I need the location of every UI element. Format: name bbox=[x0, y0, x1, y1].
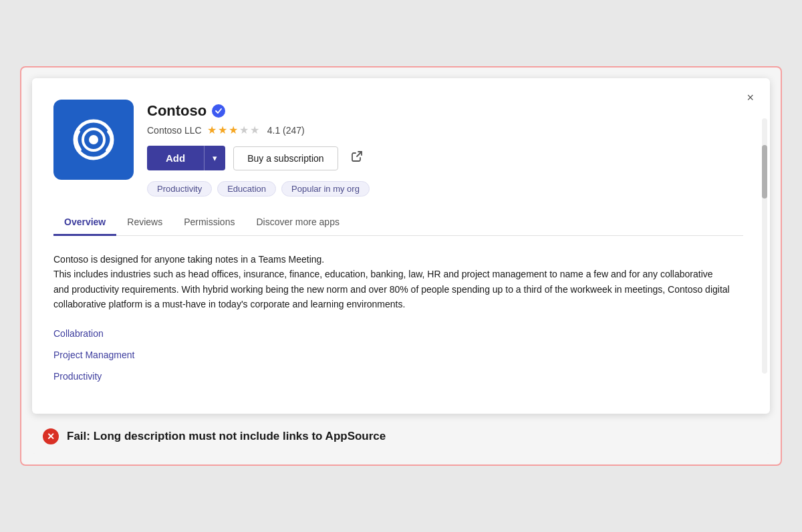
tags-row: Productivity Education Popular in my org bbox=[147, 181, 743, 196]
add-button-group: Add ▾ bbox=[147, 146, 225, 170]
error-icon: ✕ bbox=[43, 428, 59, 444]
star-3: ★ bbox=[229, 124, 238, 136]
scrollbar-track bbox=[762, 118, 767, 373]
category-link-productivity[interactable]: Productivity bbox=[53, 371, 730, 382]
error-bar: ✕ Fail: Long description must not includ… bbox=[32, 419, 770, 454]
add-dropdown-button[interactable]: ▾ bbox=[204, 146, 225, 170]
tab-reviews[interactable]: Reviews bbox=[116, 210, 173, 236]
app-icon bbox=[53, 100, 134, 180]
scrollbar-thumb[interactable] bbox=[762, 145, 767, 198]
buy-subscription-button[interactable]: Buy a subscription bbox=[233, 146, 338, 170]
star-1: ★ bbox=[207, 124, 217, 136]
outer-container: × Contoso bbox=[20, 66, 782, 465]
stars-container: ★ ★ ★ ★ ★ bbox=[207, 124, 259, 136]
link-icon bbox=[350, 150, 364, 163]
checkmark-icon bbox=[215, 107, 223, 115]
app-name-row: Contoso bbox=[147, 102, 743, 120]
description-text: Contoso is designed for anyone taking no… bbox=[53, 252, 730, 312]
error-message: Fail: Long description must not include … bbox=[67, 430, 386, 443]
tag-education: Education bbox=[217, 181, 276, 196]
verified-icon bbox=[212, 104, 225, 118]
tab-discover[interactable]: Discover more apps bbox=[245, 210, 350, 236]
tag-popular: Popular in my org bbox=[281, 181, 370, 196]
star-2: ★ bbox=[218, 124, 227, 136]
tab-permissions[interactable]: Permissions bbox=[173, 210, 245, 236]
star-4: ★ bbox=[239, 124, 249, 136]
app-modal: × Contoso bbox=[32, 78, 770, 413]
publisher-row: Contoso LLC ★ ★ ★ ★ ★ 4.1 (247) bbox=[147, 124, 743, 136]
svg-point-2 bbox=[89, 135, 98, 144]
app-info: Contoso Contoso LLC ★ ★ ★ ★ ★ bbox=[147, 100, 743, 196]
category-link-project[interactable]: Project Managment bbox=[53, 350, 730, 360]
tabs-container: Overview Reviews Permissions Discover mo… bbox=[53, 210, 743, 236]
close-button[interactable]: × bbox=[741, 89, 759, 106]
external-link-button[interactable] bbox=[346, 146, 368, 170]
rating-text: 4.1 (247) bbox=[267, 125, 305, 136]
publisher-name: Contoso LLC bbox=[147, 125, 202, 136]
tab-overview[interactable]: Overview bbox=[53, 210, 116, 236]
tag-productivity: Productivity bbox=[147, 181, 212, 196]
content-body: Contoso is designed for anyone taking no… bbox=[53, 252, 743, 382]
add-button[interactable]: Add bbox=[147, 146, 204, 170]
category-link-collabration[interactable]: Collabration bbox=[53, 328, 730, 339]
action-row: Add ▾ Buy a subscription bbox=[147, 146, 743, 170]
app-header: Contoso Contoso LLC ★ ★ ★ ★ ★ bbox=[53, 100, 743, 196]
app-name: Contoso bbox=[147, 102, 207, 120]
star-5: ★ bbox=[250, 124, 259, 136]
contoso-logo-icon bbox=[67, 113, 120, 166]
